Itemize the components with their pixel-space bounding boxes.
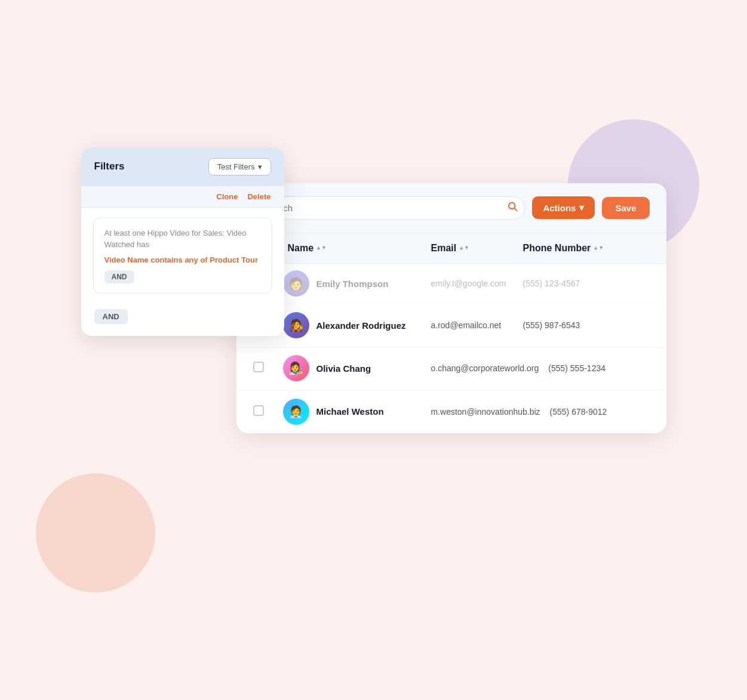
table-row: 🧑 Emily Thompson emily.t@google.com (555… [236, 264, 666, 304]
and-badge-inner-wrapper: AND [104, 270, 261, 283]
test-filters-button[interactable]: Test Filters ▾ [208, 158, 271, 175]
filter-rule-box: At least one Hippo Video for Sales: Vide… [93, 217, 272, 294]
person-cell: 🧑 Emily Thompson [283, 266, 426, 301]
phone-column-header[interactable]: Phone Number ▲▼ [518, 233, 650, 263]
avatar: 🧑‍🎤 [283, 312, 309, 338]
email-cell: emily.t@google.com [426, 274, 518, 293]
and-badge-inner[interactable]: AND [104, 270, 134, 283]
person-cell: 👩‍🎨 Olivia Chang [283, 350, 426, 386]
filters-panel: Filters Test Filters ▾ Clone Delete At l… [81, 147, 284, 336]
chevron-down-icon: ▾ [258, 162, 262, 171]
name-sort-icon: ▲▼ [316, 245, 327, 251]
person-cell: 🧑‍💼 Michael Weston [283, 394, 426, 430]
delete-link[interactable]: Delete [247, 192, 270, 201]
filters-header: Filters Test Filters ▾ [81, 147, 284, 186]
filters-subheader: Clone Delete [81, 186, 284, 208]
table-row: 🧑‍💼 Michael Weston m.weston@innovationhu… [236, 390, 666, 433]
filters-footer: AND [81, 303, 284, 336]
table-row: 👩‍🎨 Olivia Chang o.chang@corporateworld.… [236, 347, 666, 390]
main-card: Actions ▾ Save Name ▲▼ Email ▲▼ Phone Nu… [236, 183, 666, 433]
phone-cell: (555) 678-9012 [545, 402, 666, 421]
clone-link[interactable]: Clone [216, 192, 238, 201]
email-column-header[interactable]: Email ▲▼ [426, 233, 518, 263]
filter-rule-description: At least one Hippo Video for Sales: Vide… [104, 227, 261, 251]
actions-button[interactable]: Actions ▾ [532, 196, 595, 219]
search-input[interactable] [253, 196, 525, 220]
toolbar: Actions ▾ Save [236, 183, 666, 233]
email-cell: o.chang@corporateworld.org [426, 359, 544, 378]
save-button[interactable]: Save [602, 197, 649, 219]
chevron-down-icon: ▾ [579, 202, 584, 213]
filter-rule-condition: Video Name contains any of Product Tour [104, 255, 261, 264]
avatar: 🧑 [283, 270, 309, 297]
avatar: 🧑‍💼 [283, 399, 309, 425]
filters-title: Filters [94, 161, 125, 172]
search-wrapper [253, 196, 525, 220]
email-sort-icon: ▲▼ [459, 245, 469, 251]
search-button[interactable] [507, 201, 518, 215]
svg-point-0 [509, 203, 515, 209]
person-cell: 🧑‍🎤 Alexander Rodriguez [283, 307, 426, 343]
table-body: 🧑 Emily Thompson emily.t@google.com (555… [236, 264, 666, 433]
phone-cell: (555) 555-1234 [543, 359, 666, 378]
email-cell: m.weston@innovationhub.biz [426, 402, 545, 421]
row-checkbox[interactable] [253, 405, 264, 416]
phone-cell: (555) 123-4567 [518, 274, 650, 293]
scene: Actions ▾ Save Name ▲▼ Email ▲▼ Phone Nu… [81, 147, 666, 553]
phone-cell: (555) 987-6543 [518, 316, 650, 335]
phone-sort-icon: ▲▼ [593, 245, 604, 251]
and-badge-outer[interactable]: AND [94, 309, 128, 324]
name-column-header[interactable]: Name ▲▼ [283, 233, 426, 263]
email-cell: a.rod@emailco.net [426, 316, 518, 335]
table-row: 🧑‍🎤 Alexander Rodriguez a.rod@emailco.ne… [236, 304, 666, 347]
row-checkbox[interactable] [253, 362, 264, 372]
svg-line-1 [515, 208, 517, 211]
table-header: Name ▲▼ Email ▲▼ Phone Number ▲▼ [236, 233, 666, 264]
avatar: 👩‍🎨 [283, 355, 309, 381]
